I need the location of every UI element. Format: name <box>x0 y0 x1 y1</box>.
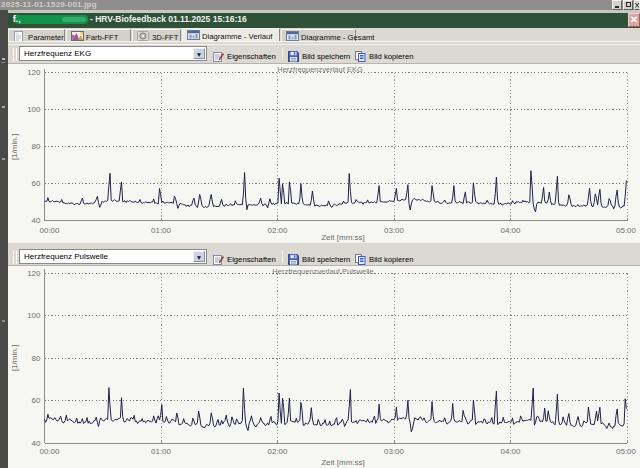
svg-text:[1/min.]: [1/min.] <box>10 345 19 371</box>
svg-text:40: 40 <box>32 216 41 225</box>
svg-text:Herzfrequenzverlauf EKG: Herzfrequenzverlauf EKG <box>277 65 363 74</box>
svg-text:02:00: 02:00 <box>267 447 288 456</box>
svg-text:60: 60 <box>32 396 41 405</box>
svg-text:[1/min.]: [1/min.] <box>10 134 19 160</box>
svg-text:80: 80 <box>32 142 41 151</box>
svg-text:04:00: 04:00 <box>500 226 521 235</box>
svg-text:100: 100 <box>27 311 41 320</box>
svg-text:03:00: 03:00 <box>384 226 405 235</box>
svg-text:02:00: 02:00 <box>267 226 288 235</box>
svg-text:80: 80 <box>32 354 41 363</box>
svg-text:00:00: 00:00 <box>39 226 60 235</box>
svg-text:60: 60 <box>32 179 41 188</box>
svg-text:Herzfrequenzverlauf Pulswelle: Herzfrequenzverlauf Pulswelle <box>272 267 373 276</box>
svg-text:120: 120 <box>27 68 41 77</box>
svg-text:01:00: 01:00 <box>151 447 172 456</box>
svg-text:05:00: 05:00 <box>616 447 637 456</box>
svg-text:05:00: 05:00 <box>616 226 637 235</box>
svg-text:03:00: 03:00 <box>384 447 405 456</box>
svg-text:120: 120 <box>27 269 41 278</box>
svg-text:01:00: 01:00 <box>151 226 172 235</box>
svg-text:100: 100 <box>27 105 41 114</box>
svg-text:Zeit [mm:ss]: Zeit [mm:ss] <box>321 233 365 242</box>
svg-text:04:00: 04:00 <box>500 447 521 456</box>
svg-text:00:00: 00:00 <box>39 447 60 456</box>
svg-text:Zeit [mm:ss]: Zeit [mm:ss] <box>321 458 365 467</box>
